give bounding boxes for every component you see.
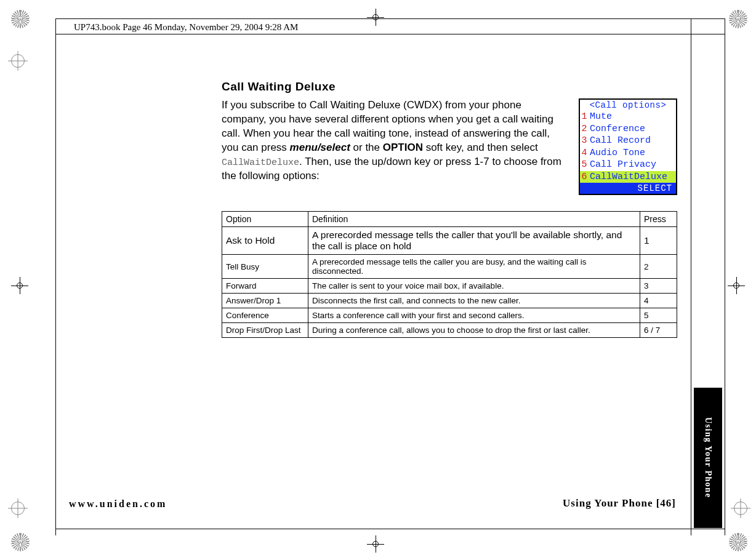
phone-menu-num: 2 xyxy=(580,123,589,135)
options-table: Option Definition Press Ask to Hold A pr… xyxy=(222,211,677,338)
td-press: 3 xyxy=(640,279,677,294)
td-definition: A prerecorded message tells the caller t… xyxy=(308,227,640,255)
phone-menu-num: 6 xyxy=(580,171,589,183)
reg-mark-corner-icon xyxy=(729,533,747,551)
reg-mark-corner-icon xyxy=(11,533,30,551)
td-option: Conference xyxy=(222,308,308,323)
footer-page-label: Using Your Phone [46] xyxy=(563,497,676,510)
phone-screen: <Call options> 1 Mute 2 Conference 3 Cal… xyxy=(579,98,677,195)
phone-softkey-select: SELECT xyxy=(580,183,676,194)
td-definition: Starts a conference call with your first… xyxy=(308,308,640,323)
td-press: 4 xyxy=(640,294,677,308)
reg-mark-circle-icon xyxy=(734,502,747,515)
th-option: Option xyxy=(222,212,308,227)
phone-menu-item: 4 Audio Tone xyxy=(580,147,676,159)
intro-text: soft key, and then select xyxy=(423,142,538,153)
reg-mark-cross-icon xyxy=(11,277,28,294)
table-row: Drop First/Drop Last During a conference… xyxy=(222,323,677,338)
td-definition: During a conference call, allows you to … xyxy=(308,323,640,338)
reg-mark-circle-icon xyxy=(11,54,25,68)
td-option: Ask to Hold xyxy=(222,227,308,255)
th-press: Press xyxy=(640,212,677,227)
footer-url: www.uniden.com xyxy=(69,498,167,510)
table-row: Answer/Drop 1 Disconnects the first call… xyxy=(222,294,677,308)
intro-paragraph: If you subscribe to Call Waiting Deluxe … xyxy=(222,98,569,183)
crop-line xyxy=(55,529,725,529)
crop-line xyxy=(691,18,691,535)
phone-menu-num: 4 xyxy=(580,147,589,159)
phone-menu-num: 5 xyxy=(580,159,589,171)
menu-select-label: menu/select xyxy=(290,142,350,153)
reg-mark-cross-icon xyxy=(367,535,384,553)
side-tab-label: Using Your Phone xyxy=(703,417,713,498)
table-row: Forward The caller is sent to your voice… xyxy=(222,279,677,294)
crop-line xyxy=(725,18,725,535)
crop-line xyxy=(55,18,725,19)
phone-menu-item-selected: 6 CallWaitDeluxe xyxy=(580,171,676,183)
phone-menu-num: 1 xyxy=(580,111,589,123)
phone-menu-item: 3 Call Record xyxy=(580,135,676,147)
intro-text: or the xyxy=(350,142,383,153)
th-definition: Definition xyxy=(308,212,640,227)
table-row: Ask to Hold A prerecorded message tells … xyxy=(222,227,677,255)
td-press: 2 xyxy=(640,255,677,279)
td-press: 6 / 7 xyxy=(640,323,677,338)
td-press: 1 xyxy=(640,227,677,255)
call-wait-deluxe-label: CallWaitDeluxe xyxy=(222,158,299,168)
td-option: Forward xyxy=(222,279,308,294)
phone-menu-label: Audio Tone xyxy=(589,147,676,159)
reg-mark-cross-icon xyxy=(728,277,745,294)
td-option: Drop First/Drop Last xyxy=(222,323,308,338)
phone-menu-label: Call Privacy xyxy=(589,159,676,171)
td-option: Tell Busy xyxy=(222,255,308,279)
side-tab: Using Your Phone xyxy=(694,388,722,528)
td-definition: Disconnects the first call, and connects… xyxy=(308,294,640,308)
crop-line xyxy=(55,34,725,34)
crop-line xyxy=(55,18,56,535)
option-key-label: OPTION xyxy=(383,142,423,153)
td-press: 5 xyxy=(640,308,677,323)
table-row: Conference Starts a conference call with… xyxy=(222,308,677,323)
content-area: Call Waiting Deluxe If you subscribe to … xyxy=(222,80,677,338)
phone-menu-num: 3 xyxy=(580,135,589,147)
table-row: Tell Busy A prerecorded message tells th… xyxy=(222,255,677,279)
reg-mark-cross-icon xyxy=(367,9,384,26)
phone-menu-label: Mute xyxy=(589,111,676,123)
td-definition: A prerecorded message tells the caller y… xyxy=(308,255,640,279)
phone-screen-title: <Call options> xyxy=(580,100,676,111)
reg-mark-corner-icon xyxy=(729,10,747,28)
td-definition: The caller is sent to your voice mail bo… xyxy=(308,279,640,294)
phone-menu-item: 1 Mute xyxy=(580,111,676,123)
phone-menu-label: CallWaitDeluxe xyxy=(589,171,676,183)
reg-mark-corner-icon xyxy=(11,10,30,28)
td-option: Answer/Drop 1 xyxy=(222,294,308,308)
section-heading: Call Waiting Deluxe xyxy=(222,80,677,94)
reg-mark-circle-icon xyxy=(11,502,25,515)
phone-menu-label: Conference xyxy=(589,123,676,135)
table-header-row: Option Definition Press xyxy=(222,212,677,227)
phone-menu-item: 5 Call Privacy xyxy=(580,159,676,171)
phone-menu-item: 2 Conference xyxy=(580,123,676,135)
doc-header: UP743.book Page 46 Monday, November 29, … xyxy=(74,22,298,33)
phone-menu-label: Call Record xyxy=(589,135,676,147)
